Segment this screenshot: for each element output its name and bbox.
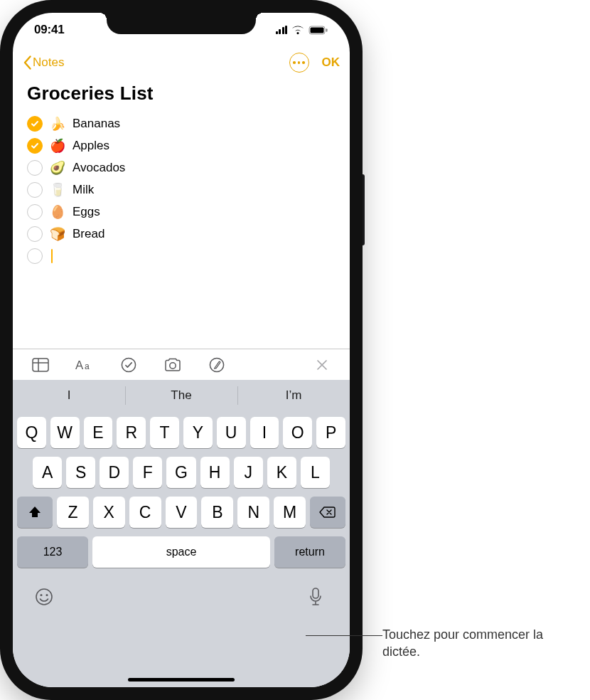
key-i[interactable]: I [250,417,279,448]
camera-icon[interactable] [163,356,182,374]
checklist-item[interactable]: 🥚Eggs [27,204,336,220]
item-emoji: 🥑 [50,160,65,176]
item-label: Bread [73,227,104,241]
svg-rect-3 [33,359,48,371]
checklist-item[interactable]: 🍞Bread [27,226,336,242]
callout-leader-line [306,635,382,636]
numeric-key[interactable]: 123 [17,536,88,568]
svg-rect-1 [311,27,324,33]
key-w[interactable]: W [50,417,80,448]
item-label: Eggs [73,205,100,219]
key-z[interactable]: Z [57,497,89,528]
draw-icon[interactable] [208,356,226,374]
status-time: 09:41 [34,23,64,37]
phone-frame: 09:41 Notes [0,0,363,700]
key-b[interactable]: B [201,497,233,528]
more-button[interactable] [289,53,309,73]
prediction-3[interactable]: I’m [237,380,350,411]
note-editor[interactable]: Groceries List 🍌Bananas🍎Apples🥑Avocados🥛… [13,78,350,271]
delete-icon [319,506,336,519]
key-u[interactable]: U [217,417,246,448]
prediction-2[interactable]: The [125,380,237,411]
chevron-left-icon [23,55,31,70]
item-emoji: 🥚 [50,204,65,220]
back-label: Notes [33,55,64,70]
key-v[interactable]: V [166,497,198,528]
key-q[interactable]: Q [17,417,46,448]
item-label: Apples [73,139,109,153]
key-t[interactable]: T [150,417,179,448]
svg-point-9 [36,589,52,605]
checkbox[interactable] [27,182,43,198]
checkbox[interactable] [27,248,43,264]
back-button[interactable]: Notes [23,55,64,70]
checkbox[interactable] [27,160,43,176]
checklist-item[interactable]: 🍎Apples [27,138,336,154]
svg-point-10 [41,594,43,596]
emoji-keyboard-button[interactable] [34,587,54,607]
key-o[interactable]: O [283,417,312,448]
space-key[interactable]: space [92,536,270,568]
key-c[interactable]: C [129,497,161,528]
item-emoji: 🍌 [50,116,65,132]
svg-rect-2 [326,28,328,32]
done-button[interactable]: OK [322,55,340,70]
prediction-1[interactable]: I [13,380,125,411]
key-k[interactable]: K [267,457,296,488]
key-g[interactable]: G [166,457,195,488]
checkbox[interactable] [27,116,43,132]
key-j[interactable]: J [234,457,263,488]
item-emoji: 🍎 [50,138,65,154]
svg-point-11 [46,594,48,596]
shift-key[interactable] [17,497,53,528]
callout-text: Touchez pour commencer la dictée. [382,626,567,661]
checklist-icon[interactable] [119,356,138,374]
key-y[interactable]: Y [183,417,213,448]
key-r[interactable]: R [117,417,146,448]
key-h[interactable]: H [200,457,230,488]
table-icon[interactable] [31,356,50,374]
checklist-item-empty[interactable] [27,248,336,264]
item-emoji: 🍞 [50,226,65,242]
svg-text:a: a [85,361,90,371]
note-title[interactable]: Groceries List [27,83,336,105]
microphone-icon [309,587,323,607]
keyboard: I The I’m QWERTYUIOP ASDFGHJKL ZXCVBNM [13,380,350,687]
svg-point-6 [122,358,135,371]
item-label: Bananas [73,117,120,131]
checkbox[interactable] [27,226,43,242]
delete-key[interactable] [310,497,345,528]
key-e[interactable]: E [84,417,113,448]
return-key[interactable]: return [274,536,345,568]
phone-screen: 09:41 Notes [13,13,350,687]
item-label: Milk [73,183,94,197]
checklist-item[interactable]: 🍌Bananas [27,116,336,132]
dictation-button[interactable] [309,587,328,607]
wifi-icon [291,26,304,35]
close-toolbar-button[interactable] [313,356,331,374]
text-cursor [51,249,53,263]
ellipsis-icon [293,61,296,64]
checklist[interactable]: 🍌Bananas🍎Apples🥑Avocados🥛Milk🥚Eggs🍞Bread [27,116,336,264]
key-x[interactable]: X [93,497,125,528]
text-format-icon[interactable]: Aa [75,356,94,374]
key-m[interactable]: M [274,497,306,528]
svg-point-7 [170,362,176,368]
key-n[interactable]: N [237,497,269,528]
notch [107,13,256,34]
key-p[interactable]: P [316,417,345,448]
checklist-item[interactable]: 🥛Milk [27,182,336,198]
signal-icon [276,26,288,34]
checkbox[interactable] [27,138,43,154]
svg-rect-12 [313,588,318,598]
key-d[interactable]: D [100,457,129,488]
key-a[interactable]: A [33,457,62,488]
key-l[interactable]: L [301,457,330,488]
checklist-item[interactable]: 🥑Avocados [27,160,336,176]
key-s[interactable]: S [66,457,95,488]
key-f[interactable]: F [133,457,162,488]
item-emoji: 🥛 [50,182,65,198]
callout: Touchez pour commencer la dictée. [382,626,567,661]
home-indicator[interactable] [128,678,235,682]
checkbox[interactable] [27,204,43,220]
